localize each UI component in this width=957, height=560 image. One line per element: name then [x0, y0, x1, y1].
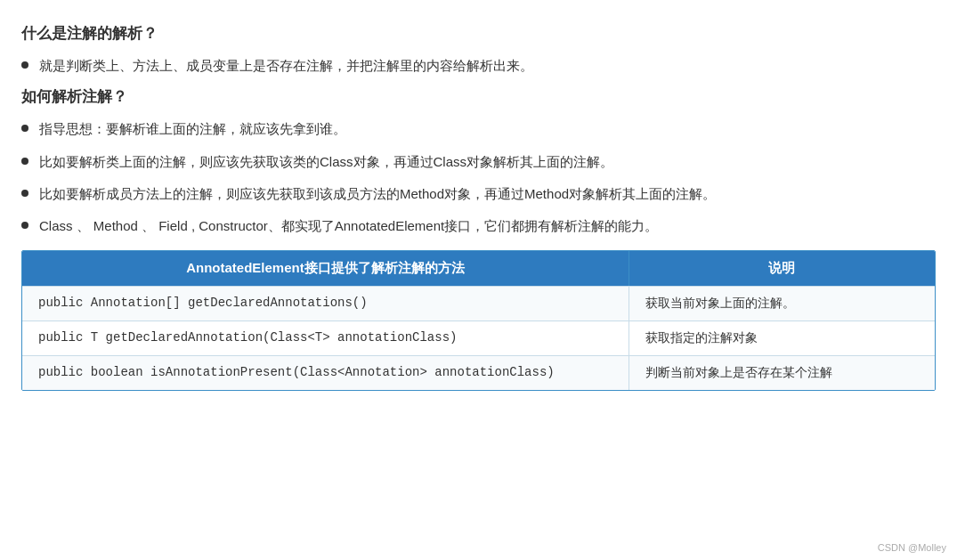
table-cell-desc: 获取指定的注解对象 [629, 321, 935, 355]
list-item: 指导思想：要解析谁上面的注解，就应该先拿到谁。 [21, 118, 936, 141]
section-how-to-title: 如何解析注解？ [21, 86, 936, 107]
table-row: public boolean isAnnotationPresent(Class… [22, 355, 935, 390]
table-header-method: AnnotatedElement接口提供了解析注解的方法 [22, 251, 629, 286]
bullet-dot-icon [21, 158, 28, 165]
watermark: CSDN @Molley [878, 542, 946, 553]
bullet-dot-icon [21, 61, 28, 69]
what-is-bullet-list: 就是判断类上、方法上、成员变量上是否存在注解，并把注解里的内容给解析出来。 [21, 54, 936, 77]
table-cell-method: public Annotation[] getDeclaredAnnotatio… [22, 287, 629, 321]
table-header: AnnotatedElement接口提供了解析注解的方法 说明 [22, 251, 935, 286]
section-what-is-title: 什么是注解的解析？ [21, 23, 936, 44]
table-cell-method: public boolean isAnnotationPresent(Class… [22, 356, 629, 390]
section-what-is: 什么是注解的解析？ 就是判断类上、方法上、成员变量上是否存在注解，并把注解里的内… [21, 23, 936, 77]
list-item: Class 、 Method 、 Field , Constructor、都实现… [21, 215, 936, 238]
table-row: public T getDeclaredAnnotation(Class<T> … [22, 321, 935, 355]
table-cell-desc: 判断当前对象上是否存在某个注解 [629, 356, 935, 390]
bullet-dot-icon [21, 222, 28, 229]
how-to-bullet-list: 指导思想：要解析谁上面的注解，就应该先拿到谁。 比如要解析类上面的注解，则应该先… [21, 118, 936, 238]
bullet-text: 比如要解析类上面的注解，则应该先获取该类的Class对象，再通过Class对象解… [39, 150, 936, 174]
bullet-dot-icon [21, 125, 28, 132]
annotation-table: AnnotatedElement接口提供了解析注解的方法 说明 public A… [21, 250, 936, 391]
table-header-desc: 说明 [629, 251, 935, 286]
section-how-to: 如何解析注解？ 指导思想：要解析谁上面的注解，就应该先拿到谁。 比如要解析类上面… [21, 86, 936, 238]
table-cell-method: public T getDeclaredAnnotation(Class<T> … [22, 321, 629, 355]
table-cell-desc: 获取当前对象上面的注解。 [629, 287, 935, 321]
list-item: 比如要解析成员方法上的注解，则应该先获取到该成员方法的Method对象，再通过M… [21, 183, 936, 206]
list-item: 比如要解析类上面的注解，则应该先获取该类的Class对象，再通过Class对象解… [21, 150, 936, 174]
bullet-dot-icon [21, 190, 28, 197]
bullet-text: 就是判断类上、方法上、成员变量上是否存在注解，并把注解里的内容给解析出来。 [39, 54, 936, 77]
bullet-text: 比如要解析成员方法上的注解，则应该先获取到该成员方法的Method对象，再通过M… [39, 183, 936, 206]
bullet-text: Class 、 Method 、 Field , Constructor、都实现… [39, 215, 936, 238]
table-row: public Annotation[] getDeclaredAnnotatio… [22, 286, 935, 321]
bullet-text: 指导思想：要解析谁上面的注解，就应该先拿到谁。 [39, 118, 936, 141]
list-item: 就是判断类上、方法上、成员变量上是否存在注解，并把注解里的内容给解析出来。 [21, 54, 936, 77]
